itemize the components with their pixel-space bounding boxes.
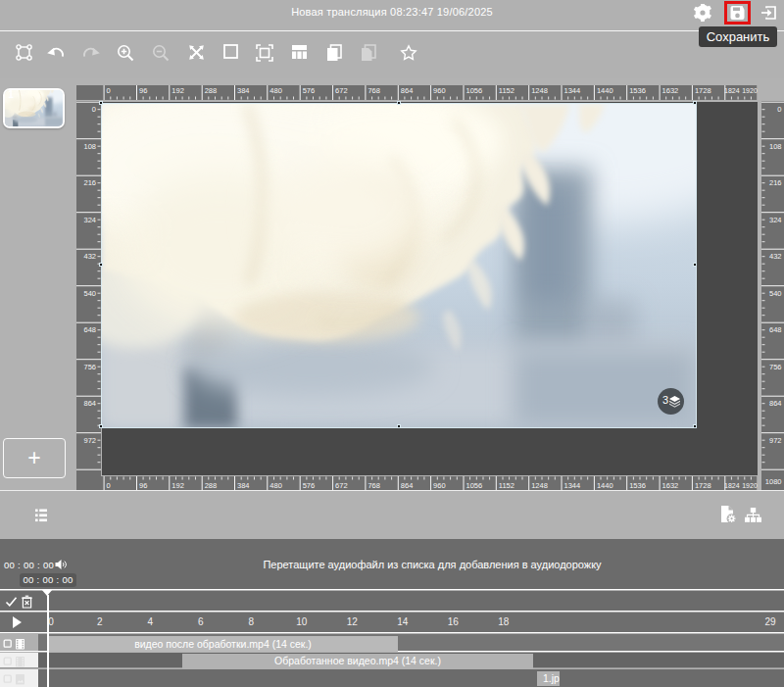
svg-text:540: 540 xyxy=(769,289,782,298)
svg-text:480: 480 xyxy=(270,481,282,490)
svg-text:384: 384 xyxy=(237,481,250,490)
svg-text:672: 672 xyxy=(335,481,348,490)
svg-text:648: 648 xyxy=(83,325,96,334)
svg-text:0: 0 xyxy=(107,481,111,490)
svg-text:1536: 1536 xyxy=(629,86,646,95)
svg-text:1152: 1152 xyxy=(499,481,514,490)
svg-text:576: 576 xyxy=(303,86,316,95)
svg-text:1920: 1920 xyxy=(742,87,758,94)
svg-text:756: 756 xyxy=(83,363,96,371)
svg-text:540: 540 xyxy=(83,289,96,298)
svg-text:216: 216 xyxy=(83,178,96,187)
svg-text:108: 108 xyxy=(769,142,782,151)
svg-text:432: 432 xyxy=(769,252,782,261)
svg-text:1824: 1824 xyxy=(724,482,740,489)
svg-text:768: 768 xyxy=(368,481,380,490)
svg-text:0: 0 xyxy=(777,105,781,114)
svg-text:768: 768 xyxy=(368,86,380,95)
svg-text:972: 972 xyxy=(769,436,782,445)
svg-text:0: 0 xyxy=(92,105,96,114)
svg-text:1728: 1728 xyxy=(695,481,711,490)
svg-text:648: 648 xyxy=(769,325,782,334)
svg-text:960: 960 xyxy=(433,86,446,95)
svg-text:864: 864 xyxy=(401,86,414,95)
svg-text:384: 384 xyxy=(237,86,250,95)
svg-text:1056: 1056 xyxy=(466,481,483,490)
svg-text:576: 576 xyxy=(303,481,316,490)
svg-text:480: 480 xyxy=(270,86,282,95)
svg-text:1080: 1080 xyxy=(765,477,782,486)
svg-text:1440: 1440 xyxy=(597,481,613,490)
svg-text:96: 96 xyxy=(139,481,147,490)
svg-text:1728: 1728 xyxy=(695,86,711,95)
svg-text:1824: 1824 xyxy=(724,87,740,94)
svg-text:288: 288 xyxy=(205,86,218,95)
svg-text:864: 864 xyxy=(83,399,96,408)
svg-text:1248: 1248 xyxy=(531,86,548,95)
svg-text:1344: 1344 xyxy=(564,481,581,490)
svg-text:216: 216 xyxy=(769,178,782,187)
svg-text:288: 288 xyxy=(205,481,218,490)
svg-text:192: 192 xyxy=(172,86,184,95)
svg-text:1344: 1344 xyxy=(564,86,581,95)
svg-text:108: 108 xyxy=(83,142,96,151)
svg-text:960: 960 xyxy=(433,481,446,490)
svg-text:1632: 1632 xyxy=(662,481,679,490)
svg-text:864: 864 xyxy=(401,481,414,490)
svg-text:972: 972 xyxy=(83,436,96,445)
svg-text:0: 0 xyxy=(107,86,111,95)
svg-text:864: 864 xyxy=(769,399,782,408)
svg-text:756: 756 xyxy=(769,363,782,371)
svg-text:1152: 1152 xyxy=(499,86,514,95)
svg-text:1056: 1056 xyxy=(466,86,483,95)
svg-text:192: 192 xyxy=(172,481,184,490)
svg-text:672: 672 xyxy=(335,86,348,95)
svg-text:324: 324 xyxy=(769,216,782,224)
svg-text:1536: 1536 xyxy=(629,481,646,490)
svg-text:1920: 1920 xyxy=(742,482,758,489)
svg-text:1440: 1440 xyxy=(597,86,613,95)
svg-text:1248: 1248 xyxy=(531,481,548,490)
svg-text:324: 324 xyxy=(83,216,96,224)
svg-text:432: 432 xyxy=(83,252,96,261)
svg-text:96: 96 xyxy=(139,86,147,95)
svg-text:1632: 1632 xyxy=(662,86,679,95)
